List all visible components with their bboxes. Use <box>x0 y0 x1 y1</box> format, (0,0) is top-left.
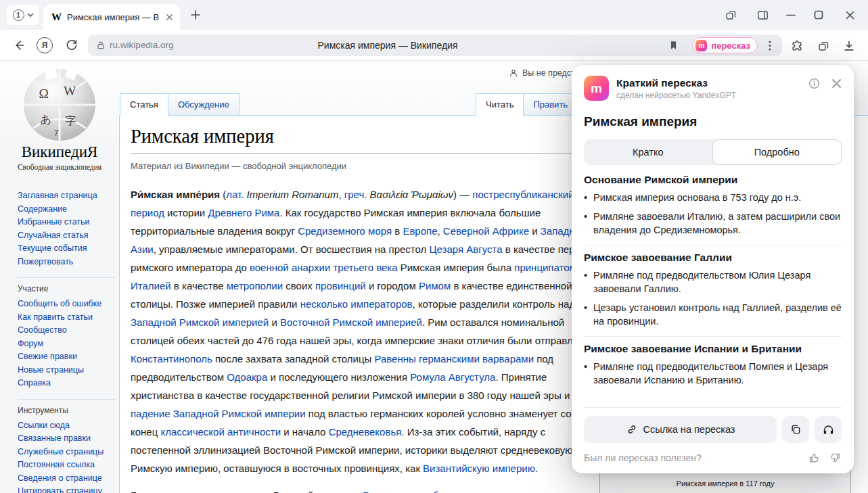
wikipedia-globe-logo[interactable]: Ω W あ 字 7 <box>18 65 101 142</box>
wiki-tab[interactable]: Обсуждение <box>168 93 239 115</box>
article-link[interactable]: Древнего Рима <box>208 207 279 218</box>
maximize-button[interactable] <box>811 7 826 22</box>
close-icon <box>831 78 842 89</box>
svg-text:W: W <box>64 84 76 98</box>
tab-close-icon[interactable] <box>166 14 173 21</box>
panel-title: Краткий пересказ <box>616 77 736 89</box>
sidebar-link[interactable]: Свежие правки <box>18 350 115 364</box>
article-link[interactable]: Восточной Римской империей <box>280 316 422 328</box>
section-divider <box>584 336 842 337</box>
article-link[interactable]: Цезаря Августа <box>429 243 502 255</box>
article-link[interactable]: Равенны <box>374 353 415 365</box>
article-link[interactable]: Римом <box>419 280 451 291</box>
sidebar-link[interactable]: Случайная статья <box>18 229 115 243</box>
sidebar-link[interactable]: Справка <box>18 377 115 390</box>
pereskaz-button[interactable]: m пересказ <box>692 37 758 53</box>
minimize-button[interactable] <box>783 7 798 22</box>
article-link[interactable]: Ромула Августула <box>410 371 495 383</box>
article-text: и <box>269 316 280 328</box>
article-link[interactable]: принципатом <box>514 262 576 273</box>
copy-summary-link-button[interactable]: Ссылка на пересказ <box>584 416 777 443</box>
article-link[interactable]: греч. <box>344 189 367 200</box>
article-link[interactable]: Средневековья <box>329 426 402 438</box>
listen-button[interactable] <box>815 416 842 443</box>
side-panel-icon[interactable] <box>755 7 770 22</box>
back-button[interactable] <box>11 37 27 53</box>
sidebar-link[interactable]: Новые страницы <box>18 364 115 377</box>
article-link[interactable]: Византийскую империю <box>423 463 535 474</box>
panel-subtitle: сделан нейросетью YandexGPT <box>616 91 736 100</box>
info-button[interactable] <box>808 77 821 90</box>
article-link[interactable]: классической античности <box>160 426 281 438</box>
article-link[interactable]: Одоакра <box>227 371 267 383</box>
downloads-button[interactable] <box>841 38 857 54</box>
kebab-menu-icon[interactable] <box>764 40 775 51</box>
sidebar-link[interactable]: Как править статьи <box>18 311 115 325</box>
article-link[interactable]: Римская республика <box>363 490 460 493</box>
copy-text-button[interactable] <box>782 416 809 443</box>
article-link[interactable]: военной анархии третьего века <box>250 262 398 273</box>
thumbs-down-icon[interactable] <box>829 452 842 464</box>
new-tab-button[interactable] <box>188 7 203 22</box>
tab-list-button[interactable]: 1 <box>7 5 39 25</box>
sidebar-link[interactable]: Сообщить об ошибке <box>18 298 115 311</box>
url-text: ru.wikipedia.org <box>110 34 174 56</box>
sidebar-link[interactable]: Ссылки сюда <box>18 419 115 433</box>
article-link[interactable]: провинций <box>315 280 366 291</box>
feedback-question: Был ли пересказ полезен? <box>584 452 702 463</box>
extensions-button[interactable] <box>789 38 805 54</box>
bullet-text: Римляне завоевали Италию, а затем расшир… <box>593 210 842 237</box>
sidebar-link[interactable]: Сообщество <box>18 324 115 337</box>
sidebar-link[interactable]: Пожертвовать <box>18 256 115 269</box>
address-bar[interactable]: ru.wikipedia.org Римская империя — Викип… <box>88 34 782 56</box>
summary-bullet: •Римляне завоевали Италию, а затем расши… <box>584 210 842 237</box>
sidebar-link[interactable]: Связанные правки <box>18 432 115 446</box>
sidebar-link[interactable]: Постоянная ссылка <box>18 459 115 472</box>
sidebar-link[interactable]: Сведения о странице <box>18 472 115 486</box>
panel-header-text: Краткий пересказ сделан нейросетью Yande… <box>616 77 736 100</box>
article-link[interactable]: несколько императоров <box>300 298 413 310</box>
article-link[interactable]: лат. <box>226 189 244 200</box>
article-link[interactable]: германскими варварами <box>419 353 534 365</box>
lock-icon <box>96 41 106 50</box>
article-text: в <box>392 225 403 237</box>
sidebar-link[interactable]: Избранные статьи <box>18 216 115 229</box>
refresh-button[interactable] <box>64 37 80 53</box>
article-text: , <box>438 225 443 237</box>
close-panel-button[interactable] <box>831 78 842 89</box>
close-window-button[interactable] <box>842 7 857 22</box>
personal-bar[interactable]: Вы не предст <box>509 68 575 78</box>
infobox-map-image-2[interactable] <box>602 490 848 493</box>
sidebar-link[interactable]: Заглавная страница <box>18 189 115 203</box>
svg-text:7: 7 <box>54 128 59 138</box>
summary-tab[interactable]: Кратко <box>584 139 712 165</box>
article-link[interactable]: Северной Африке <box>443 225 529 237</box>
summary-tab[interactable]: Подробно <box>712 139 842 165</box>
article-link[interactable]: Константинополь <box>131 353 212 365</box>
article-link[interactable]: Европе <box>403 225 437 237</box>
refresh-icon <box>65 39 78 52</box>
browser-tab[interactable]: W Римская империя — В <box>43 4 180 30</box>
yandex-button[interactable]: Я <box>37 37 53 53</box>
wiki-tab[interactable]: Читать <box>476 93 524 116</box>
bookmark-icon[interactable] <box>668 39 679 51</box>
sidebar-link[interactable]: Цитировать страницу <box>18 485 115 493</box>
sidebar-link[interactable]: Текущие события <box>18 242 115 256</box>
collections-button[interactable] <box>815 38 831 54</box>
tab-groups-icon[interactable] <box>723 7 738 22</box>
wiki-tab[interactable]: Статья <box>120 93 168 116</box>
sidebar-link[interactable]: Служебные страницы <box>18 446 115 459</box>
article-link[interactable]: Италией <box>131 280 171 291</box>
sidebar-link[interactable]: Содержание <box>18 203 115 216</box>
article-link[interactable]: падение Западной Римской империи <box>131 408 306 419</box>
article-link[interactable]: Средиземного моря <box>298 225 392 237</box>
article-link[interactable]: Западной Римской империей <box>131 316 269 328</box>
wiki-tab[interactable]: Править <box>524 93 578 115</box>
article-text: в качестве <box>171 280 227 291</box>
article-text: Imperium Romanum <box>247 189 339 200</box>
thumbs-up-icon[interactable] <box>808 452 820 464</box>
article-text: Римская империя была <box>398 262 515 273</box>
article-paragraph: Ри́мская импе́рия (лат. Imperium Romanum… <box>131 185 603 477</box>
sidebar-link[interactable]: Форум <box>18 337 115 351</box>
article-link[interactable]: метрополии <box>227 280 283 291</box>
